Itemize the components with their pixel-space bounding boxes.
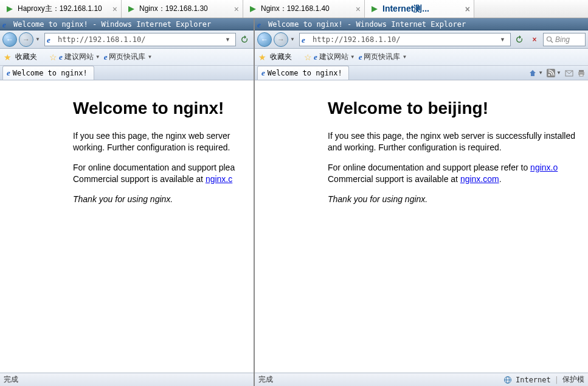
status-text: 完成 (258, 374, 273, 385)
page-heading: Welcome to beijing! (328, 99, 588, 118)
home-button[interactable]: ▼ (528, 69, 543, 77)
window-title: Welcome to nginx! - Windows Internet Exp… (268, 20, 466, 29)
intro-paragraph: If you see this page, the nginx web serv… (328, 130, 588, 153)
svg-point-10 (548, 74, 550, 75)
svg-marker-1 (128, 6, 134, 12)
nginx-link[interactable]: nginx.c (206, 174, 232, 184)
svg-marker-0 (7, 6, 13, 12)
favorites-bar: ★ 收藏夹 ☆e建议网站▼ e网页快讯库▼ (255, 49, 588, 66)
star-icon[interactable]: ★ (4, 52, 12, 62)
url-field[interactable]: e ▼ (44, 33, 236, 46)
page-tab-bar: e Welcome to nginx! (0, 66, 254, 80)
close-icon[interactable]: × (234, 4, 239, 14)
close-icon[interactable]: × (112, 4, 117, 14)
globe-icon (503, 376, 512, 384)
star-icon[interactable]: ★ (258, 52, 266, 62)
svg-marker-4 (244, 35, 246, 39)
back-button[interactable]: ← (2, 32, 17, 47)
window-titlebar: e Welcome to nginx! - Windows Internet E… (255, 18, 588, 30)
url-field[interactable]: e ▼ (299, 33, 511, 46)
green-arrow-icon (370, 4, 379, 14)
address-bar: ← → ▼ e ▼ × Bing (255, 30, 588, 49)
green-arrow-icon (248, 4, 258, 14)
green-arrow-icon (126, 4, 136, 14)
refresh-button[interactable] (238, 33, 251, 46)
zone-label: Internet (516, 376, 551, 384)
favorites-label[interactable]: 收藏夹 (270, 52, 292, 62)
chevron-down-icon: ▼ (95, 54, 100, 60)
page-tab[interactable]: e Welcome to nginx! (257, 66, 349, 80)
url-dropdown-icon[interactable]: ▼ (225, 37, 233, 43)
tab-toolbar: ▼ ▼ (528, 69, 586, 77)
tab-label: Haproxy主：192.168.1.10 (18, 4, 102, 14)
nginx-org-link[interactable]: nginx.o (530, 163, 558, 172)
ie-icon: e (104, 52, 108, 62)
svg-line-7 (551, 41, 553, 43)
tab-haproxy[interactable]: Haproxy主：192.168.1.10 × (0, 0, 122, 18)
svg-marker-3 (372, 6, 378, 12)
feeds-button[interactable]: ▼ (547, 69, 561, 77)
link-label: 网页快讯库 (109, 52, 145, 62)
url-input[interactable] (58, 35, 225, 44)
url-input[interactable] (313, 35, 500, 44)
ie-icon: e (59, 52, 63, 62)
refresh-button[interactable] (513, 33, 526, 46)
url-dropdown-icon[interactable]: ▼ (500, 37, 508, 43)
window-title: Welcome to nginx! - Windows Internet Exp… (13, 20, 211, 29)
status-bar: 完成 Internet | 保护模 (255, 373, 588, 386)
page-tab[interactable]: e Welcome to nginx! (2, 66, 94, 80)
tab-label: Nginx：192.168.1.30 (139, 4, 208, 14)
nginx-com-link[interactable]: nginx.com (460, 174, 499, 184)
print-button[interactable] (577, 69, 586, 77)
svg-marker-8 (530, 70, 536, 76)
back-button[interactable]: ← (257, 32, 272, 47)
chevron-down-icon: ▼ (350, 54, 355, 60)
page-content: Welcome to nginx! If you see this page, … (0, 80, 254, 373)
suggested-sites-link[interactable]: ☆e建议网站▼ (304, 52, 355, 62)
search-box[interactable]: Bing (543, 33, 586, 46)
green-arrow-icon (5, 4, 15, 14)
page-content: Welcome to beijing! If you see this page… (255, 80, 588, 373)
nav-history-dropdown[interactable]: ▼ (290, 37, 297, 42)
intro-paragraph: If you see this page, the nginx web serv… (73, 130, 254, 153)
close-icon[interactable]: × (356, 4, 361, 14)
ie-icon: e (7, 68, 10, 78)
tab-nginx40[interactable]: Nginx：192.168.1.40 × (243, 0, 365, 18)
stop-button[interactable]: × (528, 33, 541, 46)
svg-rect-12 (579, 70, 584, 72)
split-panes: e Welcome to nginx! - Windows Internet E… (0, 18, 588, 386)
window-titlebar: e Welcome to nginx! - Windows Internet E… (0, 18, 254, 30)
suggested-sites-link[interactable]: ☆e建议网站▼ (49, 52, 100, 62)
close-icon[interactable]: × (465, 4, 470, 14)
nav-history-dropdown[interactable]: ▼ (35, 37, 43, 42)
tab-internet-test[interactable]: Internet测... × (365, 0, 474, 18)
link-label: 网页快讯库 (364, 52, 400, 62)
star-icon: ☆ (304, 52, 312, 62)
web-slice-link[interactable]: e网页快讯库▼ (104, 52, 153, 62)
svg-point-6 (547, 37, 552, 41)
page-tab-label: Welcome to nginx! (268, 69, 342, 77)
forward-button[interactable]: → (19, 32, 33, 47)
mail-button[interactable] (565, 69, 573, 77)
page-icon: e (47, 35, 55, 44)
favorites-label[interactable]: 收藏夹 (15, 52, 37, 62)
ie-icon: e (261, 68, 265, 78)
page-heading: Welcome to nginx! (73, 99, 254, 118)
chevron-down-icon: ▼ (402, 54, 407, 60)
tab-nginx30[interactable]: Nginx：192.168.1.30 × (122, 0, 243, 18)
status-bar: 完成 (0, 373, 254, 386)
link-label: 建议网站 (319, 52, 348, 62)
forward-button[interactable]: → (274, 32, 288, 47)
star-icon: ☆ (49, 52, 57, 62)
search-placeholder: Bing (555, 35, 570, 44)
editor-tabs: Haproxy主：192.168.1.10 × Nginx：192.168.1.… (0, 0, 588, 18)
left-pane: e Welcome to nginx! - Windows Internet E… (0, 18, 255, 386)
docs-paragraph: For online documentation and support ple… (73, 162, 254, 185)
web-slice-link[interactable]: e网页快讯库▼ (359, 52, 407, 62)
thanks-paragraph: Thank you for using nginx. (328, 194, 588, 205)
ie-icon: e (257, 20, 266, 29)
protected-mode-label: 保护模 (562, 374, 584, 385)
ie-icon: e (2, 20, 11, 29)
page-tab-bar: e Welcome to nginx! ▼ ▼ (255, 66, 588, 80)
svg-marker-2 (250, 6, 256, 12)
